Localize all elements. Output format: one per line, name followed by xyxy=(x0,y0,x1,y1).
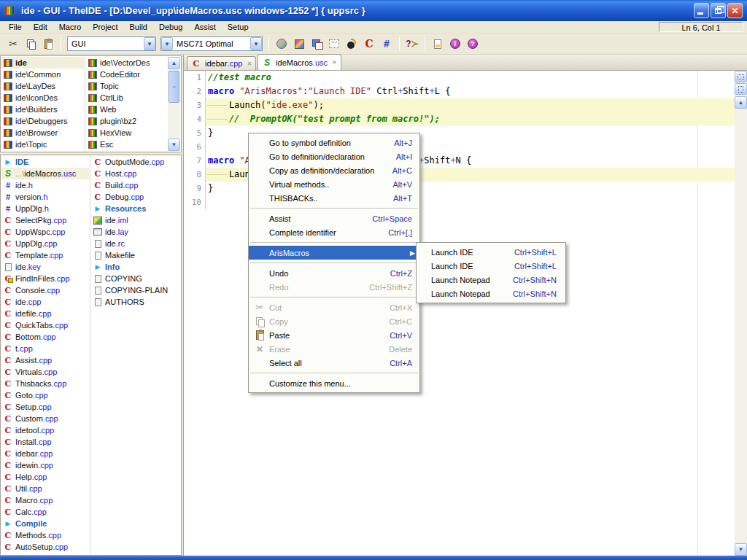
file-list-item[interactable]: CInstall.cpp xyxy=(1,436,89,448)
submenu-item-launch-notepad[interactable]: Launch NotepadCtrl+Shift+N xyxy=(417,273,565,287)
notes-button[interactable] xyxy=(430,36,446,52)
package-item[interactable]: ide xyxy=(1,57,84,69)
file-list-item[interactable]: COPYING xyxy=(90,273,181,284)
file-list-item[interactable]: CThisbacks.cpp xyxy=(1,378,89,389)
submenu-item-launch-ide[interactable]: Launch IDECtrl+Shift+L xyxy=(417,245,565,259)
file-list-item[interactable]: Cidewin.cpp xyxy=(1,459,89,471)
info-button[interactable]: i xyxy=(447,36,463,52)
file-group-row[interactable]: ▶Compile xyxy=(1,518,89,529)
minimize-button[interactable] xyxy=(694,3,709,18)
file-list-item[interactable]: CUppWspc.cpp xyxy=(1,226,89,238)
file-list-item[interactable]: CBuild.cpp xyxy=(90,179,181,191)
context-menu-item-go-to-definition-declaration[interactable]: Go to definition/declarationAlt+I xyxy=(249,149,419,163)
file-list-item[interactable]: CCustom.cpp xyxy=(1,413,89,424)
package-item[interactable]: ide\VectorDes xyxy=(85,57,167,69)
chevron-down-icon[interactable]: ▼ xyxy=(144,37,155,50)
restore-button[interactable] xyxy=(711,3,726,18)
main-config-combo[interactable]: GUI ▼ xyxy=(67,36,156,51)
file-list-item[interactable]: CTemplate.cpp xyxy=(1,249,89,261)
file-list-item[interactable]: ide.rc xyxy=(90,238,181,249)
split-horizontal-button[interactable] xyxy=(735,71,747,82)
context-menu-item-undo[interactable]: UndoCtrl+Z xyxy=(249,266,419,280)
code-line[interactable]: 4 // PromptOK("test prompt from macro!")… xyxy=(184,112,735,126)
windows-button[interactable] xyxy=(309,36,325,52)
file-group-row[interactable]: ▶Resources xyxy=(90,203,181,214)
file-list-item[interactable]: CUppDlg.cpp xyxy=(1,238,89,249)
context-menu-item-go-to-symbol-definition[interactable]: Go to symbol definitionAlt+J xyxy=(249,136,419,149)
chevron-down-icon[interactable]: ▼ xyxy=(250,37,262,50)
file-list-item[interactable]: CCalc.cpp xyxy=(1,506,89,518)
menubar-item-debug[interactable]: Debug xyxy=(153,22,188,32)
menubar-item-file[interactable]: File xyxy=(3,22,28,32)
file-group-row[interactable]: ▶Info xyxy=(90,261,181,273)
package-item[interactable]: ide\Browser xyxy=(1,127,84,139)
file-list-item[interactable]: Cide.cpp xyxy=(1,296,89,308)
file-list-item[interactable]: Cidefile.cpp xyxy=(1,308,89,319)
file-list-item[interactable]: S...\ideMacros.usc xyxy=(1,168,89,179)
file-list-item[interactable]: Makefile xyxy=(90,249,181,261)
context-menu-item-copy-as-definition-declaration[interactable]: Copy as definition/declarationAlt+C xyxy=(249,163,419,177)
file-list-item[interactable]: CHost.cpp xyxy=(90,168,181,179)
designer-button[interactable] xyxy=(326,36,342,52)
editor-tab-idebar[interactable]: Cidebar.cpp✕ xyxy=(187,56,256,70)
file-list-item[interactable]: ide.iml xyxy=(90,214,181,226)
split-vertical-button[interactable] xyxy=(735,83,747,95)
chevron-down-icon[interactable]: ▼ xyxy=(161,37,173,50)
query-button[interactable]: ?≻ xyxy=(404,36,420,52)
close-button[interactable]: ✕ xyxy=(727,3,743,18)
file-list-item[interactable]: #version.h xyxy=(1,191,89,203)
file-list-item[interactable]: CUtil.cpp xyxy=(1,483,89,494)
file-list-item[interactable]: CConsole.cpp xyxy=(1,284,89,296)
context-menu-item-complete-identifier[interactable]: Complete identifierCtrl+[,] xyxy=(249,225,419,239)
submenu-item-launch-notepad[interactable]: Launch NotepadCtrl+Shift+N xyxy=(417,287,565,300)
menubar-item-macro[interactable]: Macro xyxy=(53,22,88,32)
editor-scrollbar[interactable]: ▲ ▼ xyxy=(735,71,747,556)
copy-button[interactable] xyxy=(23,36,39,52)
scroll-up-icon[interactable]: ▲ xyxy=(735,96,747,109)
scroll-track[interactable] xyxy=(735,109,747,543)
file-list-item[interactable]: CFindInFiles.cpp xyxy=(1,273,89,284)
file-list-item[interactable]: ide.key xyxy=(1,261,89,273)
file-list-item[interactable]: CMethods.cpp xyxy=(1,529,89,541)
package-item[interactable]: CodeEditor xyxy=(85,69,167,80)
file-list-item[interactable]: CSelectPkg.cpp xyxy=(1,214,89,226)
menubar-item-project[interactable]: Project xyxy=(87,22,123,32)
paste-button[interactable] xyxy=(40,36,56,52)
package-item[interactable]: Esc xyxy=(85,139,167,150)
package-item[interactable]: ide\Common xyxy=(1,69,84,80)
package-item[interactable]: ide\IconDes xyxy=(1,92,84,104)
package-item[interactable]: ide\Debuggers xyxy=(1,115,84,127)
package-item[interactable]: plugin\bz2 xyxy=(85,115,167,127)
file-list-item[interactable]: CQuickTabs.cpp xyxy=(1,319,89,331)
package-item[interactable]: Topic xyxy=(85,80,167,92)
context-menu-item-select-all[interactable]: Select allCtrl+A xyxy=(249,356,419,370)
editor-tab-ideMacros[interactable]: SideMacros.usc✕ xyxy=(258,54,341,70)
package-scrollbar[interactable]: ▲ ≡ ▼ xyxy=(168,57,180,151)
build-method-combo[interactable]: ▼ MSC71 Optimal ▼ xyxy=(160,36,263,51)
file-list-item[interactable]: Cidetool.cpp xyxy=(1,424,89,436)
file-list-item[interactable]: CHelp.cpp xyxy=(1,471,89,483)
file-list-item[interactable]: COPYING-PLAIN xyxy=(90,284,181,296)
file-list-item[interactable]: AUTHORS xyxy=(90,296,181,308)
cut-button[interactable]: ✂ xyxy=(5,36,21,52)
package-item[interactable]: ide\LayDes xyxy=(1,80,84,92)
tab-close-icon[interactable]: ✕ xyxy=(332,59,337,66)
package-item[interactable]: Web xyxy=(85,104,167,115)
file-list-item[interactable]: CSetup.cpp xyxy=(1,401,89,413)
package-item[interactable]: CtrlLib xyxy=(85,92,167,104)
file-list-item[interactable]: COutputMode.cpp xyxy=(90,156,181,168)
package-item[interactable]: ide\Topic xyxy=(1,139,84,150)
run-button[interactable] xyxy=(274,36,290,52)
package-item[interactable]: ide\Builders xyxy=(1,104,84,115)
menubar-item-setup[interactable]: Setup xyxy=(222,22,255,32)
menubar-item-edit[interactable]: Edit xyxy=(28,22,53,32)
menubar-item-assist[interactable]: Assist xyxy=(188,22,221,32)
file-list-item[interactable]: CVirtuals.cpp xyxy=(1,366,89,378)
code-line[interactable]: 1//test macro xyxy=(184,71,735,85)
file-list-item[interactable]: CAssist.cpp xyxy=(1,354,89,366)
file-list-item[interactable]: CGoto.cpp xyxy=(1,389,89,401)
context-menu-item-arismacros[interactable]: ArisMacros▶ xyxy=(249,246,419,260)
scroll-thumb[interactable]: ≡ xyxy=(169,71,179,103)
scroll-down-icon[interactable]: ▼ xyxy=(168,139,180,151)
menubar-item-build[interactable]: Build xyxy=(124,22,153,32)
